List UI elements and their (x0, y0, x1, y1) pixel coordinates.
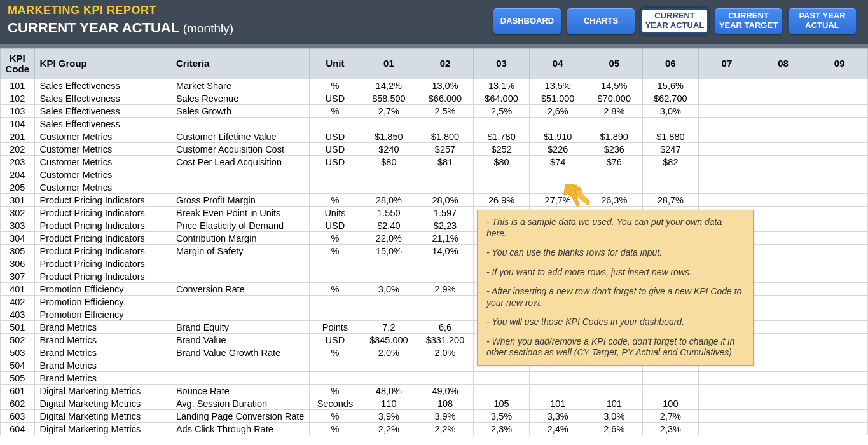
cell-criteria[interactable]: Customer Acquisition Cost (172, 143, 309, 156)
cell-month[interactable] (811, 181, 868, 194)
cell-month[interactable]: $236 (586, 143, 642, 156)
cell-month[interactable] (811, 194, 868, 207)
cell-unit[interactable] (310, 257, 361, 270)
table-row[interactable]: 204Customer Metrics (1, 168, 868, 181)
cell-month[interactable]: $331.200 (417, 334, 474, 346)
cell-code[interactable]: 201 (1, 130, 35, 143)
cell-unit[interactable]: USD (310, 130, 361, 143)
cell-month[interactable]: 13,1% (473, 79, 530, 92)
cell-criteria[interactable] (172, 257, 309, 270)
cell-month[interactable]: $58.500 (361, 92, 417, 105)
cell-month[interactable] (699, 372, 755, 385)
cell-month[interactable] (755, 245, 811, 257)
cell-month[interactable]: 3,0% (642, 105, 699, 118)
cell-month[interactable]: $80 (361, 156, 417, 168)
cell-month[interactable] (699, 168, 755, 181)
cell-group[interactable]: Brand Metrics (34, 334, 172, 346)
cell-month[interactable] (755, 423, 811, 435)
cell-code[interactable]: 501 (1, 321, 35, 334)
cell-month[interactable] (417, 296, 474, 308)
cell-month[interactable]: 101 (530, 397, 586, 410)
cell-month[interactable]: 13,0% (417, 79, 474, 92)
cell-criteria[interactable] (172, 181, 309, 194)
cell-month[interactable]: 48,0% (361, 385, 417, 397)
cell-criteria[interactable] (172, 296, 309, 308)
cell-group[interactable]: Product Pricing Indicators (34, 207, 172, 219)
cell-criteria[interactable]: Brand Value Growth Rate (172, 346, 309, 359)
cell-month[interactable] (361, 372, 417, 385)
cell-group[interactable]: Promotion Efficiency (34, 296, 172, 308)
cell-month[interactable] (811, 168, 868, 181)
cell-unit[interactable]: USD (310, 219, 361, 232)
cell-month[interactable] (811, 385, 868, 397)
table-row[interactable]: 505Brand Metrics (1, 372, 868, 385)
cell-month[interactable] (699, 79, 755, 92)
cell-month[interactable] (699, 143, 755, 156)
cell-month[interactable] (642, 168, 699, 181)
cell-month[interactable]: 28,0% (417, 194, 474, 207)
cell-unit[interactable]: Units (310, 207, 361, 219)
cell-month[interactable] (473, 372, 530, 385)
cell-month[interactable]: 2,3% (473, 423, 530, 435)
cell-unit[interactable] (310, 308, 361, 321)
cell-month[interactable] (811, 283, 868, 296)
cell-month[interactable] (755, 219, 811, 232)
cell-month[interactable] (755, 105, 811, 118)
cell-criteria[interactable] (172, 270, 309, 283)
cell-month[interactable] (361, 118, 417, 130)
cell-unit[interactable] (310, 270, 361, 283)
cell-month[interactable]: 2,8% (586, 105, 642, 118)
cell-unit[interactable]: % (310, 232, 361, 245)
cell-group[interactable]: Digital Marketing Metrics (34, 410, 172, 423)
cell-month[interactable] (755, 397, 811, 410)
cell-group[interactable]: Promotion Efficiency (34, 283, 172, 296)
cell-unit[interactable]: % (310, 423, 361, 435)
cell-month[interactable] (811, 143, 868, 156)
cell-group[interactable]: Customer Metrics (34, 168, 172, 181)
cell-month[interactable]: $66.000 (417, 92, 474, 105)
cell-group[interactable]: Product Pricing Indicators (34, 270, 172, 283)
cell-month[interactable]: 2,0% (417, 346, 474, 359)
table-row[interactable]: 101Sales EffectivenessMarket Share%14,2%… (1, 79, 868, 92)
cell-month[interactable]: 3,5% (473, 410, 530, 423)
cell-unit[interactable]: % (310, 346, 361, 359)
cell-month[interactable] (699, 130, 755, 143)
cell-criteria[interactable]: Customer Lifetime Value (172, 130, 309, 143)
cell-month[interactable] (755, 385, 811, 397)
cell-code[interactable]: 402 (1, 296, 35, 308)
cell-month[interactable]: 22,0% (361, 232, 417, 245)
cell-code[interactable]: 302 (1, 207, 35, 219)
cell-month[interactable] (417, 270, 474, 283)
cell-month[interactable] (811, 359, 868, 372)
cell-month[interactable]: 2,5% (417, 105, 474, 118)
cell-criteria[interactable]: Brand Equity (172, 321, 309, 334)
cell-month[interactable]: 26,9% (473, 194, 530, 207)
cell-month[interactable]: 28,7% (642, 194, 699, 207)
cell-month[interactable] (417, 181, 474, 194)
cell-unit[interactable]: Seconds (310, 397, 361, 410)
cell-month[interactable] (586, 168, 642, 181)
cell-month[interactable]: 3,9% (417, 410, 474, 423)
cell-month[interactable] (699, 423, 755, 435)
cell-month[interactable]: $74 (530, 156, 586, 168)
cell-month[interactable]: $51.000 (530, 92, 586, 105)
cell-month[interactable]: 2,2% (417, 423, 474, 435)
cell-month[interactable]: $81 (417, 156, 474, 168)
cell-month[interactable]: 26,3% (586, 194, 642, 207)
cell-code[interactable]: 103 (1, 105, 35, 118)
cell-month[interactable] (417, 168, 474, 181)
cell-group[interactable]: Digital Marketing Metrics (34, 385, 172, 397)
cell-unit[interactable]: Points (310, 321, 361, 334)
cell-group[interactable]: Product Pricing Indicators (34, 245, 172, 257)
cell-month[interactable]: $2,23 (417, 219, 474, 232)
cell-month[interactable] (811, 372, 868, 385)
cell-month[interactable] (755, 232, 811, 245)
cell-month[interactable] (586, 385, 642, 397)
cell-month[interactable]: 27,7% (530, 194, 586, 207)
cell-month[interactable] (811, 219, 868, 232)
cell-month[interactable] (473, 181, 530, 194)
cell-month[interactable] (530, 118, 586, 130)
cell-month[interactable] (811, 92, 868, 105)
cell-month[interactable] (530, 181, 586, 194)
cell-group[interactable]: Customer Metrics (34, 156, 172, 168)
